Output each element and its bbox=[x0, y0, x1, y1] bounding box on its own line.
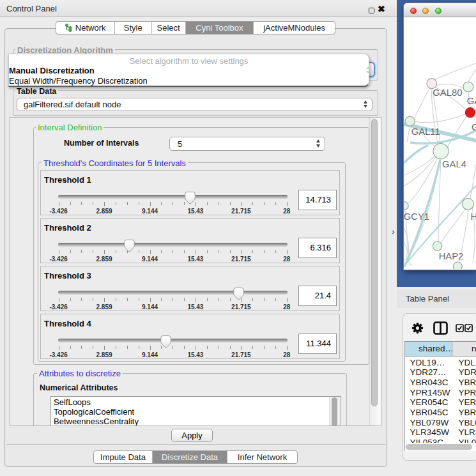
svg-text:G: G bbox=[472, 122, 476, 132]
svg-text:HAP2: HAP2 bbox=[439, 251, 464, 261]
svg-text:GAL11: GAL11 bbox=[411, 127, 440, 137]
svg-text:GAL4: GAL4 bbox=[442, 159, 466, 169]
svg-text:GA: GA bbox=[467, 96, 476, 106]
svg-text:GAL80: GAL80 bbox=[433, 88, 462, 98]
svg-text:GCY1: GCY1 bbox=[404, 211, 429, 222]
svg-text:H: H bbox=[470, 211, 476, 222]
